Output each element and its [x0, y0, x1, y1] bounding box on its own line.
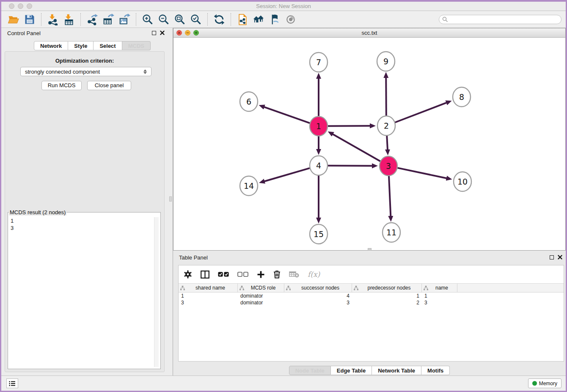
network-canvas[interactable]: 1234678910111415 — [173, 38, 565, 250]
column-header[interactable]: predecessor nodes — [352, 284, 422, 292]
column-tree-icon — [286, 286, 291, 290]
import-network-button[interactable] — [45, 12, 61, 27]
dropdown-value: strongly connected component — [25, 69, 100, 75]
graph-edge[interactable] — [263, 107, 310, 123]
export-network-button[interactable] — [84, 12, 100, 27]
graph-node-label: 1 — [316, 121, 321, 131]
graph-node-label: 15 — [314, 229, 324, 239]
export-table-button[interactable] — [100, 12, 116, 27]
zoom-selected-icon — [190, 14, 202, 25]
dropdown-spinner-icon — [143, 69, 147, 74]
table-row[interactable]: 1dominator411 — [179, 293, 564, 299]
refresh-icon — [213, 14, 225, 25]
float-panel-icon[interactable] — [550, 255, 554, 259]
column-tree-icon — [354, 286, 358, 290]
tab-node-table[interactable]: Node Table — [289, 366, 331, 375]
column-header[interactable]: shared name — [179, 284, 238, 292]
graph-edge[interactable] — [395, 102, 448, 122]
tab-network-table[interactable]: Network Table — [372, 366, 421, 375]
session-title: Session: New Session — [1, 3, 566, 9]
tab-network[interactable]: Network — [34, 41, 68, 50]
open-session-button[interactable] — [6, 12, 22, 27]
close-panel-button[interactable]: Close panel — [87, 81, 131, 90]
new-network-from-selection-button[interactable] — [234, 12, 250, 27]
zoom-selected-button[interactable] — [188, 12, 204, 27]
zoom-fit-button[interactable] — [172, 12, 188, 27]
zoom-in-button[interactable] — [140, 12, 156, 27]
divider-handle-icon[interactable] — [169, 196, 172, 202]
control-panel-tabs: Network Style Select MCDS — [34, 41, 151, 50]
import-table-icon — [63, 14, 75, 25]
toolbar-separator — [231, 13, 231, 26]
new-network-document-icon — [237, 14, 248, 25]
close-panel-icon[interactable] — [160, 30, 165, 35]
table-panel: Table Panel — [173, 252, 566, 375]
deselect-all-button[interactable] — [237, 272, 248, 277]
mcds-result-textarea[interactable]: 1 3 — [9, 216, 160, 368]
home-networks-button[interactable] — [250, 12, 267, 27]
tab-style[interactable]: Style — [68, 41, 94, 50]
window-resize-handle[interactable] — [368, 248, 372, 251]
graph-node-label: 3 — [386, 161, 391, 171]
import-table-button[interactable] — [61, 12, 77, 27]
result-line: 3 — [11, 224, 158, 232]
column-tree-icon — [239, 286, 244, 290]
result-scrollbar[interactable] — [154, 217, 159, 367]
column-tree-icon — [424, 286, 428, 290]
close-panel-icon[interactable] — [558, 255, 562, 259]
graph-edge[interactable] — [331, 133, 380, 161]
toolbar-separator — [41, 13, 41, 26]
zoom-in-icon — [142, 14, 154, 25]
column-header[interactable]: MCDS role — [238, 284, 284, 292]
table-cell: 1 — [179, 293, 238, 299]
tab-edge-table[interactable]: Edge Table — [331, 366, 372, 375]
graph-edge[interactable] — [389, 175, 391, 218]
optimization-criterion-select[interactable]: strongly connected component — [20, 67, 151, 76]
tab-mcds[interactable]: MCDS — [122, 41, 151, 50]
toggle-columns-button[interactable] — [201, 271, 209, 279]
float-panel-icon[interactable] — [152, 31, 156, 35]
titlebar: Session: New Session — [1, 2, 566, 11]
network-window-titlebar[interactable]: scc.txt — [173, 28, 565, 38]
search-input[interactable] — [439, 15, 561, 24]
add-column-button[interactable] — [257, 271, 265, 279]
graph-edge[interactable] — [328, 126, 372, 126]
graphics-details-button[interactable] — [283, 12, 299, 27]
column-tree-icon — [180, 286, 185, 290]
control-panel: Control Panel Network Style Select MCDS … — [1, 28, 168, 375]
run-mcds-button[interactable]: Run MCDS — [41, 81, 82, 90]
network-graph-svg[interactable]: 1234678910111415 — [173, 38, 565, 250]
memory-status-icon — [532, 381, 537, 386]
import-network-icon — [47, 14, 59, 25]
select-all-button[interactable] — [218, 272, 229, 277]
column-header[interactable]: name — [422, 284, 457, 292]
table-row[interactable]: 3dominator323 — [179, 299, 564, 306]
export-image-button[interactable] — [116, 12, 132, 27]
delete-column-button[interactable] — [273, 270, 281, 279]
main-toolbar — [1, 11, 566, 28]
graph-edge[interactable] — [397, 168, 448, 178]
mcds-result-title: MCDS result (2 nodes) — [9, 209, 66, 215]
graph-node-label: 2 — [384, 121, 389, 130]
column-header[interactable]: successor nodes — [284, 284, 352, 292]
style-flag-icon — [269, 14, 281, 25]
graph-node-label: 7 — [316, 58, 321, 67]
table-toolbar: f(x) — [179, 265, 564, 283]
panel-divider[interactable] — [168, 28, 173, 375]
save-session-button[interactable] — [22, 12, 38, 27]
graph-edge[interactable] — [328, 166, 374, 166]
fx-icon: f(x) — [308, 270, 320, 279]
style-flag-button[interactable] — [267, 12, 283, 27]
zoom-out-button[interactable] — [156, 12, 172, 27]
table-settings-button[interactable] — [184, 270, 192, 279]
memory-button[interactable]: Memory — [528, 378, 561, 388]
tab-select[interactable]: Select — [94, 41, 122, 50]
graph-edge[interactable] — [387, 135, 388, 151]
tab-motifs[interactable]: Motifs — [421, 366, 450, 375]
zoom-fit-icon — [174, 14, 186, 25]
graph-edge[interactable] — [263, 168, 310, 182]
graph-edge[interactable] — [386, 76, 386, 117]
refresh-layout-button[interactable] — [211, 12, 227, 27]
task-history-button[interactable] — [6, 378, 18, 388]
columns-icon — [201, 271, 209, 279]
